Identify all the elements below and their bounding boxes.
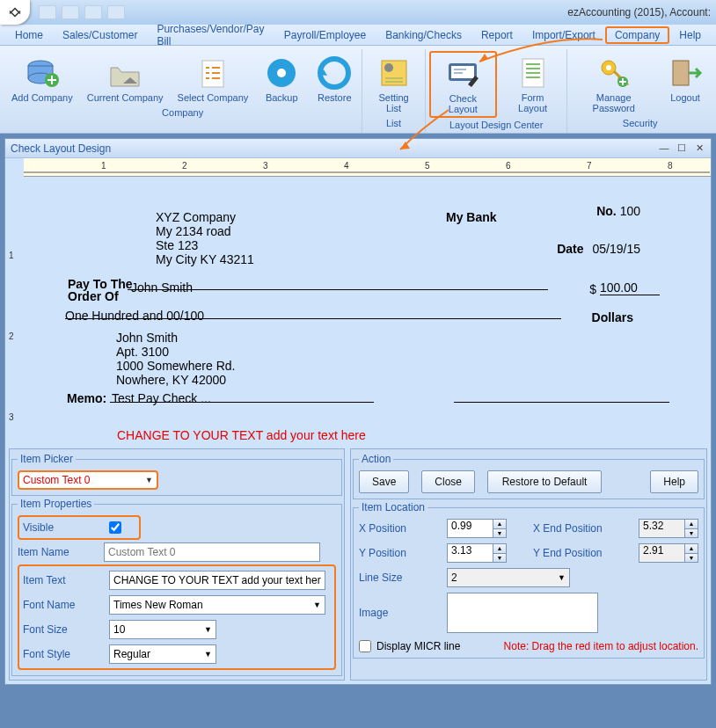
drag-note: Note: Drag the red item to adjust locati… bbox=[504, 640, 698, 652]
font-name-select[interactable]: Times New Roman▼ bbox=[109, 595, 325, 615]
payee-name: John Smith bbox=[131, 280, 193, 295]
rib-logout[interactable]: Logout bbox=[661, 51, 709, 116]
rib-manage-password[interactable]: Manage Password bbox=[571, 51, 656, 116]
ruler-horizontal: 1 2 3 4 5 6 7 8 bbox=[24, 158, 711, 177]
close-button[interactable]: ✕ bbox=[693, 143, 705, 154]
menu-purchases[interactable]: Purchases/Vendor/Pay Bill bbox=[147, 20, 274, 50]
font-style-select[interactable]: Regular▼ bbox=[109, 644, 216, 664]
svg-point-9 bbox=[384, 63, 393, 72]
display-micr-label: Display MICR line bbox=[376, 640, 460, 652]
item-text-input[interactable] bbox=[109, 571, 325, 590]
xpos-input[interactable]: 0.99▲▼ bbox=[447, 519, 507, 538]
yend-input[interactable]: 2.91▲▼ bbox=[639, 543, 698, 563]
qat-icon[interactable] bbox=[39, 5, 56, 19]
app-menu-button[interactable] bbox=[0, 0, 30, 25]
line-size-select[interactable]: 2▼ bbox=[447, 568, 570, 587]
rib-label: Setting List bbox=[370, 92, 417, 113]
svg-point-6 bbox=[277, 69, 286, 77]
line-size-label: Line Size bbox=[359, 571, 438, 584]
group-label-layout: Layout Design Center bbox=[429, 118, 564, 133]
folder-home-icon bbox=[106, 54, 144, 92]
svg-rect-11 bbox=[451, 66, 474, 78]
menubar: Home Sales/Customer Purchases/Vendor/Pay… bbox=[0, 25, 716, 46]
quick-access-toolbar bbox=[39, 5, 125, 19]
restore-default-button[interactable]: Restore to Default bbox=[487, 470, 602, 493]
chevron-down-icon: ▼ bbox=[145, 476, 153, 484]
close-button-action[interactable]: Close bbox=[421, 470, 475, 493]
form-layout-icon bbox=[514, 54, 552, 92]
memo-text: Test Pay Check ... bbox=[112, 391, 211, 405]
payer-block: XYZ Company My 2134 road Ste 123 My City… bbox=[156, 210, 254, 266]
menu-help[interactable]: Help bbox=[669, 26, 711, 44]
menu-banking[interactable]: Banking/Checks bbox=[376, 26, 471, 44]
rib-check-layout[interactable]: Check Layout bbox=[429, 51, 497, 118]
check-layout-window: Check Layout Design — ☐ ✕ 1 2 3 4 5 6 7 … bbox=[4, 138, 712, 685]
check-date: Date05/19/15 bbox=[557, 242, 640, 256]
item-picker-legend: Item Picker bbox=[18, 453, 76, 465]
rib-form-layout[interactable]: Form Layout bbox=[502, 51, 564, 118]
rib-label: Backup bbox=[266, 92, 298, 103]
pay-to-label: Pay To TheOrder Of bbox=[68, 278, 133, 302]
menu-report[interactable]: Report bbox=[471, 26, 522, 44]
rib-label: Current Company bbox=[87, 92, 164, 103]
font-name-label: Font Name bbox=[23, 599, 104, 611]
image-label: Image bbox=[359, 607, 438, 619]
setting-list-icon bbox=[375, 54, 413, 92]
rib-current-company[interactable]: Current Company bbox=[83, 51, 168, 106]
db-add-icon bbox=[23, 54, 62, 92]
disc-icon bbox=[262, 54, 301, 92]
minimize-button[interactable]: — bbox=[658, 143, 670, 154]
maximize-button[interactable]: ☐ bbox=[676, 143, 688, 154]
svg-rect-16 bbox=[673, 61, 689, 85]
menu-import[interactable]: Import/Export bbox=[522, 26, 605, 44]
rib-add-company[interactable]: Add Company bbox=[7, 51, 77, 106]
menu-company[interactable]: Company bbox=[605, 26, 669, 44]
font-size-select[interactable]: 10▼ bbox=[109, 620, 216, 639]
group-label-list: List bbox=[366, 116, 421, 131]
menu-home[interactable]: Home bbox=[5, 26, 53, 44]
amount-written: One Hundred and 00/100 bbox=[65, 309, 204, 323]
rib-label: Form Layout bbox=[507, 92, 559, 113]
custom-text-item[interactable]: CHANGE TO YOUR TEXT add your text here bbox=[117, 428, 366, 442]
rib-backup[interactable]: Backup bbox=[258, 51, 305, 106]
menu-sales[interactable]: Sales/Customer bbox=[53, 26, 147, 44]
amount-numeric: 100.00 bbox=[600, 280, 660, 295]
item-picker-combo[interactable]: Custom Text 0▼ bbox=[18, 470, 158, 490]
inner-window-title: Check Layout Design bbox=[11, 142, 111, 155]
save-button[interactable]: Save bbox=[359, 470, 409, 493]
group-label-company: Company bbox=[7, 106, 358, 120]
qat-icon[interactable] bbox=[107, 5, 125, 19]
xend-input[interactable]: 5.32▲▼ bbox=[639, 519, 698, 538]
item-name-input[interactable] bbox=[104, 542, 320, 562]
group-label-security: Security bbox=[571, 116, 709, 131]
rib-restore[interactable]: Restore bbox=[311, 51, 358, 106]
display-micr-checkbox[interactable] bbox=[359, 640, 371, 652]
image-box[interactable] bbox=[447, 593, 598, 633]
visible-label: Visible bbox=[23, 521, 104, 534]
ypos-label: Y Position bbox=[359, 547, 438, 559]
rib-label: Select Company bbox=[178, 92, 249, 103]
rib-label: Restore bbox=[318, 92, 352, 103]
help-button[interactable]: Help bbox=[650, 470, 698, 493]
key-icon bbox=[595, 54, 633, 92]
xpos-label: X Position bbox=[359, 522, 438, 535]
visible-checkbox[interactable] bbox=[109, 521, 121, 534]
rib-select-company[interactable]: Select Company bbox=[173, 51, 253, 106]
menu-payroll[interactable]: Payroll/Employee bbox=[274, 26, 376, 44]
memo-label: Memo: bbox=[67, 391, 106, 405]
app-title: ezAccounting (2015), Account: bbox=[567, 6, 716, 18]
ypos-input[interactable]: 3.13▲▼ bbox=[447, 543, 507, 563]
check-layout-icon bbox=[443, 55, 482, 93]
dollar-sign: $ bbox=[589, 282, 596, 296]
rib-label: Add Company bbox=[11, 92, 73, 103]
rib-setting-list[interactable]: Setting List bbox=[366, 51, 421, 116]
ribbon: Add Company Current Company Select Compa… bbox=[0, 46, 716, 134]
item-name-label: Item Name bbox=[18, 546, 99, 558]
qat-icon[interactable] bbox=[84, 5, 102, 19]
qat-icon[interactable] bbox=[62, 5, 79, 19]
dollars-label: Dollars bbox=[592, 310, 633, 324]
action-legend: Action bbox=[359, 453, 393, 465]
yend-label: Y End Position bbox=[533, 547, 630, 559]
payee-address: John Smith Apt. 3100 1000 Somewhere Rd. … bbox=[116, 331, 235, 387]
item-text-label: Item Text bbox=[23, 574, 104, 586]
